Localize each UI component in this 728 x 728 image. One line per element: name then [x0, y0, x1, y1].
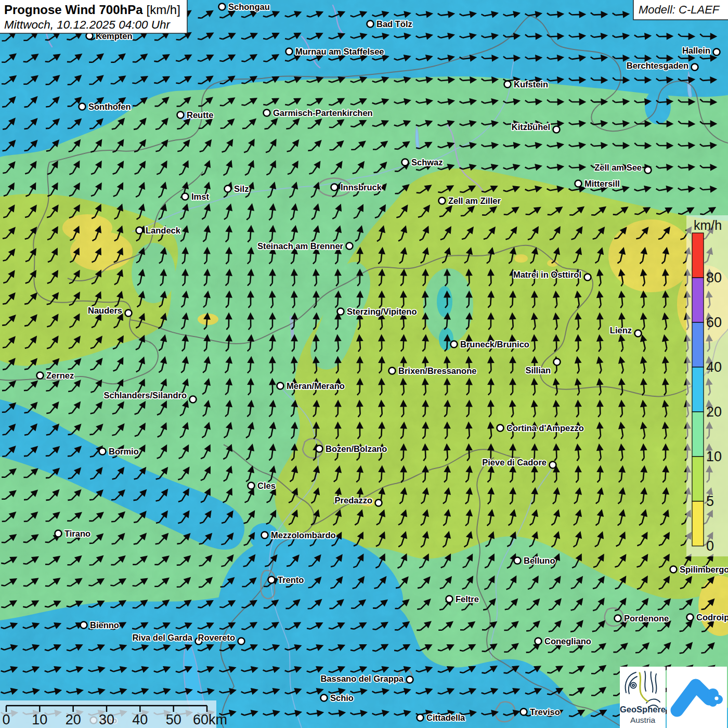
city-label: Steinach am Brenner: [257, 241, 344, 251]
city-label: Treviso: [530, 707, 560, 717]
city-marker: [37, 372, 44, 379]
legend-value: 40: [706, 359, 722, 375]
legend-color-block: [692, 501, 704, 546]
scale-bar-label: 0: [2, 712, 10, 727]
city-marker: [670, 566, 677, 573]
city-label: Nauders: [88, 306, 122, 315]
geosphere-country: Austria: [630, 716, 656, 724]
legend-value: 60: [706, 315, 722, 330]
legend-value: 10: [706, 449, 722, 464]
city-label: Schongau: [228, 2, 270, 11]
city-marker: [268, 577, 275, 583]
city-marker: [645, 167, 652, 174]
city-label: Feltre: [456, 594, 479, 604]
city-label: Lienz: [610, 326, 632, 335]
city-label: Predazzo: [335, 496, 372, 505]
legend-value: 20: [706, 404, 722, 420]
city-label: Zernez: [46, 371, 74, 380]
legend-color-block: [692, 367, 704, 412]
legend-color-block: [692, 233, 704, 278]
city-marker: [554, 359, 561, 366]
city-marker: [375, 500, 382, 506]
city-marker: [79, 103, 86, 110]
city-label: Bassano del Grappa: [320, 674, 404, 683]
city-marker: [497, 425, 504, 432]
city-marker: [81, 622, 87, 629]
city-marker: [402, 159, 409, 166]
city-marker: [99, 448, 106, 455]
city-label: Silz: [234, 184, 249, 193]
city-marker: [584, 274, 591, 281]
city-marker: [635, 330, 642, 337]
city-marker: [504, 81, 511, 88]
legend: km/h 806040201050: [686, 215, 728, 556]
city-label: Matrei in Osttirol: [513, 270, 581, 279]
city-marker: [550, 462, 556, 469]
city-marker: [615, 615, 621, 622]
city-label: Brixen/Bressanone: [398, 366, 476, 375]
city-marker: [389, 368, 396, 374]
city-label: Innsbruck: [341, 183, 382, 192]
city-marker: [321, 695, 328, 701]
city-label: Tirano: [64, 529, 90, 538]
city-marker: [316, 446, 323, 452]
city-label: Belluno: [524, 556, 555, 565]
city-label: Bruneck/Brunico: [460, 340, 529, 349]
city-marker: [692, 64, 698, 71]
geosphere-name: GeoSphere: [620, 705, 666, 714]
city-label: Bozen/Bolzano: [326, 444, 387, 453]
city-marker: [713, 49, 720, 56]
city-label: Imst: [191, 192, 209, 201]
city-label: Hallein: [682, 46, 710, 55]
city-marker: [136, 227, 143, 234]
city-marker: [367, 21, 374, 28]
city-marker: [439, 198, 446, 204]
city-marker: [219, 4, 226, 10]
city-marker: [225, 186, 231, 192]
model-box: Modell: C-LAEF: [633, 0, 728, 20]
legend-value: 80: [706, 270, 722, 285]
city-label: Rovereto: [198, 633, 235, 642]
city-marker: [417, 714, 424, 721]
scale-bar: 0102030405060km: [0, 700, 227, 728]
city-label: Bormio: [109, 447, 139, 456]
city-label: Codroipo: [696, 613, 728, 622]
legend-color-block: [692, 278, 704, 322]
city-marker: [687, 614, 694, 621]
city-label: Conegliano: [544, 636, 591, 646]
city-label: Cles: [257, 481, 276, 490]
scale-bar-label: 20: [66, 712, 81, 727]
city-marker: [521, 709, 527, 716]
weather-map-page: SchongauBad TölzKemptenMurnau am Staffel…: [0, 0, 728, 728]
city-marker: [125, 310, 132, 317]
scale-bar-label: 60km: [193, 712, 227, 727]
city-label: Schlanders/Silandro: [103, 391, 187, 400]
city-marker: [277, 383, 284, 389]
city-label: Riva del Garda: [132, 633, 192, 642]
scale-bar-label: 50: [166, 712, 181, 727]
city-label: Landeck: [146, 226, 181, 235]
legend-color-block: [692, 322, 704, 367]
scale-bar-label: 40: [132, 712, 148, 727]
city-marker: [451, 341, 458, 348]
city-marker: [190, 396, 197, 403]
city-marker: [182, 193, 189, 200]
city-label: Bad Tölz: [376, 19, 412, 29]
forecast-datetime: Mittwoch, 10.12.2025 04:00 Uhr: [4, 18, 171, 31]
city-marker: [553, 126, 560, 133]
city-label: Zell am Ziller: [448, 196, 501, 205]
city-marker: [575, 180, 582, 187]
scale-bar-label: 10: [32, 712, 47, 727]
title-box: Prognose Wind 700hPa[km/h] Mittwoch, 10.…: [0, 0, 187, 33]
city-label: Cittadella: [426, 713, 465, 722]
city-marker: [286, 48, 293, 55]
city-label: Spilimbergo: [680, 565, 728, 574]
scale-bar-label: 30: [99, 712, 114, 727]
city-marker: [248, 483, 255, 489]
city-label: Pordenone: [624, 614, 669, 623]
city-label: Sonthofen: [88, 102, 131, 111]
city-label: Zell am See: [594, 163, 642, 172]
city-label: Schwaz: [411, 158, 443, 167]
city-label: Berchtesgaden: [627, 61, 688, 70]
title-unit: [km/h]: [147, 3, 180, 17]
